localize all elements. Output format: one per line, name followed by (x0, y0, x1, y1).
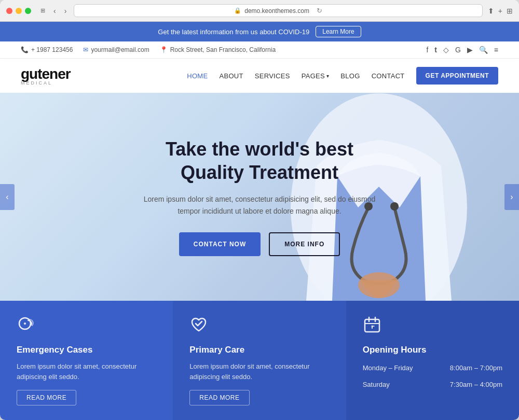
url-text: demo.keonthemes.com (244, 7, 309, 15)
hero-description: Lorem ipsum dolor sit amet, consectetur … (140, 193, 379, 217)
hours-row-saturday: Saturday 7:30am – 4:00pm (363, 378, 502, 391)
chevron-down-icon: ▾ (326, 73, 329, 79)
youtube-icon[interactable]: ▶ (467, 46, 473, 54)
contact-bar: 📞 + 1987 123456 ✉ yourmail@email.com 📍 R… (0, 41, 519, 59)
nav-home[interactable]: HOME (187, 72, 208, 80)
minimize-button[interactable] (16, 8, 22, 14)
email-icon: ✉ (83, 46, 88, 53)
window-grid-icon[interactable]: ⊞ (38, 6, 47, 15)
service-emergency: Emergency Cases Lorem ipsum dolor sit am… (0, 301, 173, 420)
browser-window: ⊞ ‹ › 🔒 demo.keonthemes.com ↻ ⬆ + ⊞ Get … (0, 0, 519, 420)
traffic-lights (6, 8, 31, 14)
tabs-icon[interactable]: ⊞ (507, 7, 513, 15)
instagram-icon[interactable]: ◇ (443, 46, 449, 54)
services-section: Emergency Cases Lorem ipsum dolor sit am… (0, 301, 519, 420)
hours-icon (363, 315, 502, 338)
twitter-icon[interactable]: t (434, 46, 437, 54)
close-button[interactable] (6, 8, 12, 14)
saturday-time: 7:30am – 4:00pm (450, 378, 502, 391)
nav-contact[interactable]: CONTACT (372, 72, 405, 80)
nav-blog[interactable]: BLOG (340, 72, 360, 80)
address-text: Rock Street, San Francisco, California (170, 46, 276, 53)
nav-services[interactable]: SERVICES (255, 72, 290, 80)
main-nav: HOME ABOUT SERVICES PAGES ▾ BLOG CONTACT… (187, 67, 498, 85)
more-info-button[interactable]: MORE INFO (269, 232, 340, 256)
hero-title: Take the world's best Quality Treatment (140, 137, 379, 184)
service-primary: Primary Care Lorem ipsum dolor sit amet,… (173, 301, 346, 420)
address-item: 📍 Rock Street, San Francisco, California (160, 46, 276, 53)
logo: gutener MEDICAL (21, 66, 71, 86)
reload-icon[interactable]: ↻ (317, 7, 322, 15)
weekday-label: Monday – Friday (363, 361, 413, 375)
hero-buttons: CONTACT NOW MORE INFO (140, 232, 379, 256)
primary-desc: Lorem ipsum dolor sit amet, consectetur … (189, 361, 329, 382)
emergency-icon (17, 315, 156, 338)
hero-next-arrow[interactable]: › (504, 184, 519, 210)
menu-icon[interactable]: ≡ (494, 46, 498, 54)
forward-button[interactable]: › (62, 6, 69, 16)
social-icons: f t ◇ G ▶ 🔍 ≡ (426, 46, 498, 54)
facebook-icon[interactable]: f (426, 46, 428, 54)
saturday-label: Saturday (363, 378, 390, 391)
top-bar: Get the latest information from us about… (0, 22, 519, 41)
search-icon[interactable]: 🔍 (479, 46, 488, 54)
service-hours: Opening Hours Monday – Friday 8:00am – 7… (346, 301, 519, 420)
google-icon[interactable]: G (455, 46, 461, 54)
topbar-message: Get the latest information from us about… (158, 28, 309, 36)
svg-point-5 (24, 323, 26, 325)
browser-controls: ⊞ ‹ › (38, 6, 69, 16)
location-icon: 📍 (160, 46, 168, 53)
emergency-desc: Lorem ipsum dolor sit amet, consectetur … (17, 361, 156, 382)
address-bar[interactable]: 🔒 demo.keonthemes.com ↻ (74, 4, 482, 17)
logo-sub: MEDICAL (21, 80, 71, 86)
back-button[interactable]: ‹ (51, 6, 58, 16)
weekday-time: 8:00am – 7:00pm (450, 361, 502, 375)
phone-icon: 📞 (21, 46, 29, 53)
header: gutener MEDICAL HOME ABOUT SERVICES PAGE… (0, 59, 519, 93)
emergency-title: Emergency Cases (17, 345, 156, 355)
phone-number: + 1987 123456 (31, 46, 73, 53)
hours-schedule: Monday – Friday 8:00am – 7:00pm Saturday… (363, 361, 502, 391)
get-appointment-button[interactable]: GET APPOINTMENT (416, 67, 498, 85)
hours-row-weekday: Monday – Friday 8:00am – 7:00pm (363, 361, 502, 375)
primary-care-icon (189, 315, 329, 338)
maximize-button[interactable] (25, 8, 31, 14)
nav-about[interactable]: ABOUT (219, 72, 243, 80)
browser-chrome: ⊞ ‹ › 🔒 demo.keonthemes.com ↻ ⬆ + ⊞ (0, 0, 519, 22)
email-item: ✉ yourmail@email.com (83, 46, 149, 53)
learn-more-button[interactable]: Learn More (316, 26, 361, 37)
primary-more-button[interactable]: READ MORE (189, 390, 249, 405)
website: Get the latest information from us about… (0, 22, 519, 420)
contact-now-button[interactable]: CONTACT NOW (179, 232, 261, 256)
contact-info: 📞 + 1987 123456 ✉ yourmail@email.com 📍 R… (21, 46, 276, 53)
phone-item: 📞 + 1987 123456 (21, 46, 73, 53)
hero-section: ‹ Take the world's best Quality Treatmen… (0, 93, 519, 301)
new-tab-icon[interactable]: + (498, 7, 502, 15)
emergency-more-button[interactable]: READ MORE (17, 390, 76, 405)
email-address: yourmail@email.com (91, 46, 149, 53)
browser-actions: ⬆ + ⊞ (488, 7, 513, 15)
hours-title: Opening Hours (363, 345, 502, 355)
lock-icon: 🔒 (234, 7, 241, 14)
nav-pages[interactable]: PAGES ▾ (302, 72, 330, 80)
share-icon[interactable]: ⬆ (488, 7, 494, 15)
hero-content: Take the world's best Quality Treatment … (130, 117, 389, 277)
hero-prev-arrow[interactable]: ‹ (0, 184, 15, 210)
svg-point-2 (390, 202, 399, 211)
primary-title: Primary Care (189, 345, 329, 355)
